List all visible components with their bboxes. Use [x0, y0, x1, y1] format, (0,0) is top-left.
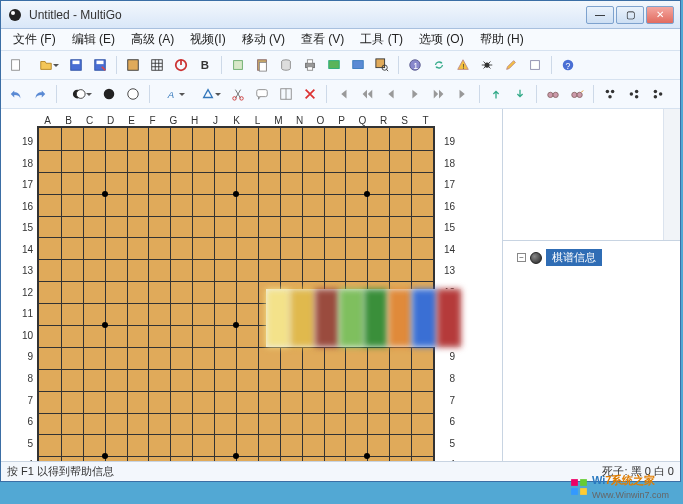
separator — [326, 85, 327, 103]
svg-rect-8 — [152, 60, 163, 71]
binocular-icon[interactable] — [542, 83, 564, 105]
branch-down-icon[interactable] — [509, 83, 531, 105]
branch-up-icon[interactable] — [485, 83, 507, 105]
undo-icon[interactable] — [5, 83, 27, 105]
minimize-button[interactable]: — — [586, 6, 614, 24]
goban-icon[interactable] — [122, 54, 144, 76]
power-icon[interactable] — [170, 54, 192, 76]
menu-options[interactable]: 选项 (O) — [411, 29, 472, 50]
titlebar[interactable]: Untitled - MultiGo — ▢ ✕ — [1, 1, 680, 29]
board-pane: ABCDEFGHJKLMNOPQRST 19181716151413121110… — [1, 109, 502, 461]
redo-icon[interactable] — [29, 83, 51, 105]
svg-rect-13 — [259, 62, 266, 71]
sync-icon[interactable] — [428, 54, 450, 76]
menu-move[interactable]: 移动 (V) — [234, 29, 293, 50]
svg-point-31 — [104, 89, 115, 100]
find-icon[interactable] — [566, 83, 588, 105]
menubar: 文件 (F) 编辑 (E) 高级 (A) 视频(I) 移动 (V) 查看 (V)… — [1, 29, 680, 51]
menu-edit[interactable]: 编辑 (E) — [64, 29, 123, 50]
tool-a-icon[interactable] — [524, 54, 546, 76]
separator — [479, 85, 480, 103]
pattern-2-icon[interactable] — [623, 83, 645, 105]
svg-text:1: 1 — [413, 61, 418, 71]
separator — [536, 85, 537, 103]
bold-icon[interactable]: B — [194, 54, 216, 76]
svg-point-43 — [611, 90, 615, 94]
last-icon[interactable] — [452, 83, 474, 105]
app-icon — [7, 7, 23, 23]
first-icon[interactable] — [332, 83, 354, 105]
separator — [116, 56, 117, 74]
menu-tool[interactable]: 工具 (T) — [352, 29, 411, 50]
save-icon[interactable] — [65, 54, 87, 76]
menu-video[interactable]: 视频(I) — [182, 29, 233, 50]
pencil-icon[interactable] — [500, 54, 522, 76]
svg-rect-16 — [307, 60, 312, 64]
svg-point-50 — [659, 92, 663, 96]
print-icon[interactable] — [299, 54, 321, 76]
svg-rect-7 — [128, 60, 139, 71]
help-icon[interactable]: ? — [557, 54, 579, 76]
black-stone-icon[interactable] — [98, 83, 120, 105]
triangle-icon[interactable] — [191, 83, 225, 105]
maximize-button[interactable]: ▢ — [616, 6, 644, 24]
spider-icon[interactable] — [476, 54, 498, 76]
svg-rect-36 — [257, 90, 268, 97]
watermark: Wi7系统之家 Www.Winwin7.com — [570, 473, 669, 500]
menu-help[interactable]: 帮助 (H) — [472, 29, 532, 50]
svg-point-46 — [635, 90, 639, 94]
tree-panel[interactable]: − 棋谱信息 — [503, 241, 680, 461]
menu-advanced[interactable]: 高级 (A) — [123, 29, 182, 50]
svg-rect-2 — [12, 60, 20, 71]
menu-file[interactable]: 文件 (F) — [5, 29, 64, 50]
new-file-icon[interactable] — [5, 54, 27, 76]
fast-forward-icon[interactable] — [428, 83, 450, 105]
open-file-icon[interactable] — [29, 54, 63, 76]
svg-point-0 — [9, 9, 21, 21]
separator — [593, 85, 594, 103]
svg-rect-54 — [580, 488, 587, 495]
database-icon[interactable] — [275, 54, 297, 76]
cut-icon[interactable] — [227, 83, 249, 105]
next-icon[interactable] — [404, 83, 426, 105]
stone-icon — [530, 252, 542, 264]
fast-back-icon[interactable] — [356, 83, 378, 105]
separator — [221, 56, 222, 74]
window-buttons: — ▢ ✕ — [586, 6, 674, 24]
close-button[interactable]: ✕ — [646, 6, 674, 24]
screen-blue-icon[interactable] — [347, 54, 369, 76]
menu-view[interactable]: 查看 (V) — [293, 29, 352, 50]
tree-root[interactable]: − 棋谱信息 — [511, 249, 672, 266]
coord-letters-top: ABCDEFGHJKLMNOPQRST — [9, 115, 463, 126]
paste-icon[interactable] — [251, 54, 273, 76]
pattern-3-icon[interactable] — [647, 83, 669, 105]
svg-rect-11 — [234, 61, 243, 70]
svg-point-44 — [608, 95, 612, 99]
watermark-brand: Wi7系统之家 Www.Winwin7.com — [592, 473, 669, 500]
label-a-icon[interactable]: A — [155, 83, 189, 105]
blur-overlay — [266, 289, 461, 347]
svg-point-39 — [553, 92, 558, 97]
pattern-1-icon[interactable] — [599, 83, 621, 105]
svg-point-30 — [76, 90, 85, 99]
red-cross-icon[interactable] — [299, 83, 321, 105]
search-board-icon[interactable] — [371, 54, 393, 76]
save-as-icon[interactable] — [89, 54, 111, 76]
svg-point-41 — [577, 92, 582, 97]
comment-panel[interactable] — [503, 109, 680, 241]
comment-icon[interactable] — [251, 83, 273, 105]
white-stone-icon[interactable] — [122, 83, 144, 105]
screen-green-icon[interactable] — [323, 54, 345, 76]
expand-icon[interactable]: − — [517, 253, 526, 262]
info-circle-icon[interactable]: 1 — [404, 54, 426, 76]
split-icon[interactable] — [275, 83, 297, 105]
import-icon[interactable] — [227, 54, 249, 76]
warning-icon[interactable]: ! — [452, 54, 474, 76]
svg-point-40 — [572, 92, 577, 97]
grid-icon[interactable] — [146, 54, 168, 76]
prev-icon[interactable] — [380, 83, 402, 105]
black-white-stone-icon[interactable] — [62, 83, 96, 105]
svg-point-32 — [128, 89, 139, 100]
separator — [398, 56, 399, 74]
window-title: Untitled - MultiGo — [29, 8, 586, 22]
